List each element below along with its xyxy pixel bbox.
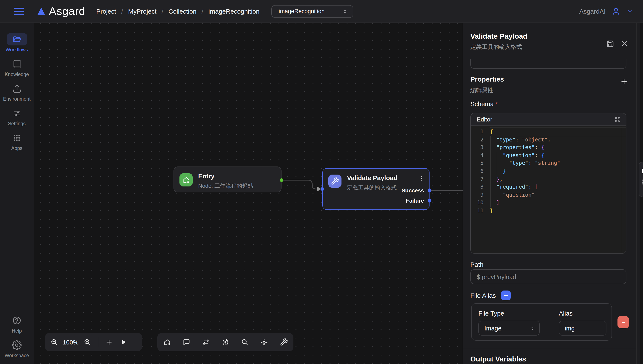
- alias-label: Alias: [559, 310, 573, 317]
- sidebar-item-workspace[interactable]: Workspace: [0, 339, 34, 358]
- sidebar-item-apps[interactable]: Apps: [0, 132, 34, 151]
- port-failure-label[interactable]: Failure: [406, 198, 424, 204]
- toolbar-divider: [98, 337, 98, 347]
- account-label: AsgardAI: [579, 8, 605, 15]
- path-label: Path: [470, 261, 484, 268]
- upload-icon: [12, 84, 22, 93]
- sidebar-item-help[interactable]: Help: [0, 314, 34, 334]
- hamburger-menu-icon[interactable]: [14, 8, 24, 15]
- expand-icon[interactable]: [614, 116, 621, 122]
- comment-button[interactable]: [179, 335, 194, 349]
- run-workflow-button[interactable]: [116, 335, 131, 349]
- file-type-select[interactable]: Image: [478, 321, 540, 336]
- node-entry[interactable]: Entry Node: 工作流程的起點: [173, 166, 282, 192]
- code-line[interactable]: 3 "properties": {: [471, 144, 626, 152]
- sliders-icon: [12, 108, 22, 118]
- move-diamond-icon: [260, 338, 269, 346]
- code-line[interactable]: 10 ]: [471, 199, 626, 207]
- asgard-logo-icon: [38, 8, 45, 15]
- code-line[interactable]: 5 "type": "string": [471, 160, 626, 167]
- file-alias-label: File Alias: [470, 292, 496, 299]
- account-menu[interactable]: AsgardAI: [579, 6, 634, 16]
- code-line[interactable]: 4 "question": {: [471, 152, 626, 160]
- required-asterisk: *: [495, 100, 498, 108]
- offscreen-node-subtitle: 輸: [642, 178, 643, 186]
- add-node-button[interactable]: [102, 335, 116, 349]
- sidebar-item-workflows[interactable]: Workflows: [0, 33, 34, 52]
- chevron-down-icon: [626, 8, 634, 15]
- scrolled-field-peek: [470, 58, 626, 70]
- node-validate-payload[interactable]: Validate Payload 定義工具的輸入格式 Success Failu…: [322, 168, 430, 210]
- breadcrumb-collection[interactable]: Collection: [168, 8, 196, 15]
- file-alias-card: File Type Alias Image img: [471, 303, 612, 341]
- port-success-label[interactable]: Success: [401, 187, 424, 194]
- rotate-pin-icon: [221, 338, 230, 346]
- node-menu-kebab-icon[interactable]: [417, 174, 425, 183]
- breadcrumb-workflow[interactable]: imageRecognition: [208, 8, 259, 15]
- code-line[interactable]: 2 "type": "object",: [471, 136, 626, 144]
- code-line[interactable]: 9 "question": [471, 191, 626, 199]
- path-input[interactable]: $.prevPayload: [470, 269, 626, 284]
- breadcrumb-separator: /: [121, 8, 123, 15]
- offscreen-node-title: R: [642, 167, 643, 175]
- tools-button[interactable]: [276, 335, 291, 349]
- brand-name: Asgard: [49, 5, 85, 18]
- output-variables-title: Output Variables: [470, 355, 526, 363]
- schema-editor[interactable]: Editor 1{2 "type": "object",3 "propertie…: [470, 113, 626, 254]
- folder-open-icon: [12, 34, 22, 44]
- panel-scrollbar[interactable]: [636, 23, 637, 364]
- zoom-level: 100%: [61, 339, 80, 346]
- schema-label: Schema*: [470, 100, 498, 108]
- zoom-toolbar: 100%: [45, 333, 142, 351]
- panel-subtitle: 定義工具的輸入格式: [470, 43, 522, 51]
- close-button[interactable]: [621, 40, 628, 48]
- sidebar-item-settings[interactable]: Settings: [0, 107, 34, 126]
- code-line[interactable]: 7 },: [471, 175, 626, 183]
- indent-guide: [497, 152, 497, 176]
- alias-input[interactable]: img: [559, 321, 606, 336]
- file-type-label: File Type: [478, 310, 504, 317]
- brand: Asgard: [38, 5, 85, 18]
- path-value: $.prevPayload: [477, 273, 516, 280]
- rotate-pin-button[interactable]: [218, 335, 233, 349]
- indent-guide: [490, 136, 491, 207]
- sidebar-item-environment[interactable]: Environment: [0, 82, 34, 102]
- workflow-select-value: imageRecognition: [279, 8, 324, 14]
- code-line[interactable]: 1{: [471, 128, 626, 136]
- close-icon: [621, 40, 628, 47]
- breadcrumb-project[interactable]: Project: [96, 8, 116, 15]
- breadcrumb-myproject[interactable]: MyProject: [128, 8, 156, 15]
- breadcrumb-separator: /: [162, 8, 163, 15]
- node-subtitle: 定義工具的輸入格式: [347, 184, 397, 192]
- add-file-alias-button[interactable]: [501, 290, 511, 300]
- add-property-button[interactable]: [620, 77, 628, 85]
- search-icon: [241, 338, 249, 346]
- sidebar-item-knowledge[interactable]: Knowledge: [0, 58, 34, 77]
- workflow-select[interactable]: imageRecognition: [271, 5, 353, 18]
- gear-icon: [12, 340, 22, 350]
- add-entry-node-button[interactable]: [160, 335, 174, 349]
- book-icon: [12, 59, 22, 68]
- code-line[interactable]: 6 }: [471, 167, 626, 175]
- zoom-out-button[interactable]: [47, 335, 61, 349]
- editor-scrollbar[interactable]: [621, 126, 626, 253]
- offscreen-node-peek[interactable]: R 輸: [639, 162, 643, 197]
- save-button[interactable]: [606, 40, 614, 48]
- comment-icon: [182, 338, 190, 346]
- workflow-editor-app: Asgard Project / MyProject / Collection …: [0, 0, 643, 364]
- code-area[interactable]: 1{2 "type": "object",3 "properties": {4 …: [471, 126, 626, 254]
- fit-view-button[interactable]: [257, 335, 272, 349]
- edge-arrowhead: [317, 187, 321, 191]
- swap-arrows-button[interactable]: [199, 335, 213, 349]
- code-line[interactable]: 8 "required": [: [471, 183, 626, 191]
- help-circle-icon: [12, 316, 22, 325]
- panel-title: Validate Payload: [470, 32, 527, 41]
- zoom-in-button[interactable]: [80, 335, 94, 349]
- code-line[interactable]: 11}: [471, 207, 626, 215]
- properties-title: Properties: [470, 76, 504, 83]
- node-subtitle: Node: 工作流程的起點: [198, 182, 253, 190]
- scrolled-input[interactable]: [470, 58, 626, 69]
- search-button[interactable]: [238, 335, 252, 349]
- remove-file-alias-button[interactable]: [617, 316, 629, 328]
- alias-value: img: [565, 325, 575, 332]
